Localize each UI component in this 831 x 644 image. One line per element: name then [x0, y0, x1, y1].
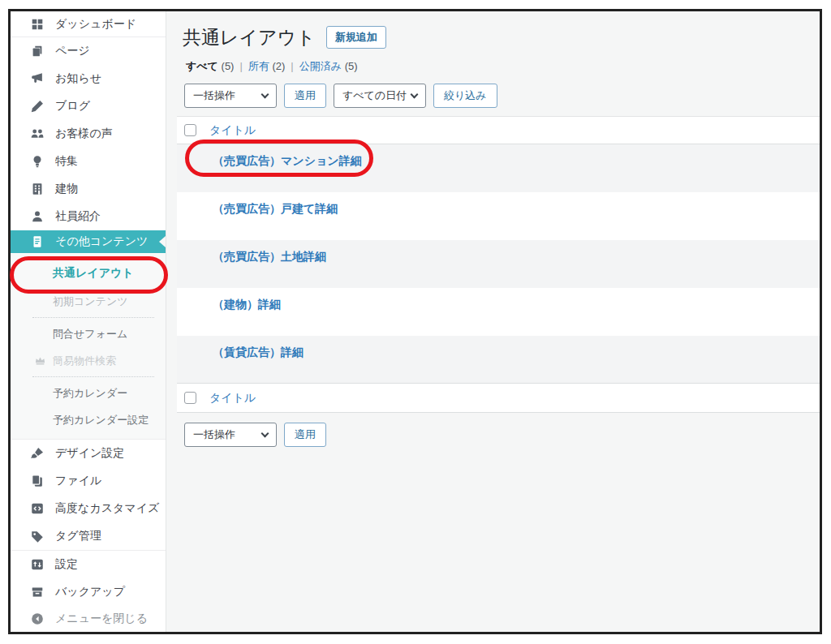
sidebar-item-advanced-customize[interactable]: 高度なカスタマイズ	[11, 495, 166, 522]
submenu-item-label: 簡易物件検索	[53, 354, 116, 368]
sidebar-item-backup[interactable]: バックアップ	[11, 578, 166, 606]
top-toolbar: 一括操作 適用 すべての日付 絞り込み	[184, 84, 820, 108]
row-title-link[interactable]: （建物）詳細	[213, 298, 281, 311]
sidebar-item-buildings[interactable]: 建物	[11, 175, 166, 203]
filter-all[interactable]: すべて (5)	[186, 60, 234, 72]
submenu-item-simple-property-search: 簡易物件検索	[11, 347, 166, 374]
sidebar-item-tag-management[interactable]: タグ管理	[11, 522, 166, 550]
sidebar-item-label: お知らせ	[55, 71, 101, 86]
sidebar-item-features[interactable]: 特集	[11, 148, 166, 175]
sidebar-item-pages[interactable]: ページ	[11, 37, 166, 65]
sidebar-item-label: ダッシュボード	[55, 17, 136, 32]
tag-icon	[30, 529, 45, 543]
sidebar-item-blog[interactable]: ブログ	[11, 92, 166, 120]
sidebar-item-label: 社員紹介	[55, 209, 101, 224]
subsubsub-filter-links: すべて (5)|所有 (2)|公開済み (5)	[186, 59, 820, 74]
other-contents-submenu: 共通レイアウト 初期コンテンツ 問合せフォーム 簡易物件検索 予約カレンダー 予…	[11, 253, 166, 439]
sidebar-item-label: メニューを閉じる	[55, 612, 148, 626]
crown-icon	[34, 354, 46, 367]
bulk-action-select-bottom[interactable]: 一括操作	[184, 423, 277, 447]
bulk-action-select[interactable]: 一括操作	[184, 84, 277, 108]
files-icon	[30, 474, 45, 488]
sidebar-item-testimonials[interactable]: お客様の声	[11, 120, 166, 148]
select-all-checkbox[interactable]	[184, 392, 196, 404]
apply-button-bottom[interactable]: 適用	[284, 423, 326, 447]
submenu-item-reservation-calendar-settings[interactable]: 予約カレンダー設定	[11, 406, 166, 433]
row-title-link[interactable]: （売買広告）マンション詳細	[213, 154, 362, 167]
chevron-down-icon	[261, 91, 269, 99]
submenu-divider	[32, 317, 154, 318]
apply-button[interactable]: 適用	[284, 84, 326, 108]
table-row: （売買広告）戸建て詳細	[177, 192, 820, 240]
sidebar-item-staff[interactable]: 社員紹介	[11, 203, 166, 230]
sidebar-item-label: 特集	[55, 154, 78, 169]
sidebar-item-label: ブログ	[55, 99, 90, 114]
sidebar-item-dashboard[interactable]: ダッシュボード	[11, 11, 166, 36]
submenu-item-contact-form[interactable]: 問合せフォーム	[11, 320, 166, 347]
table-footer-row: タイトル	[177, 383, 820, 413]
table-header-row: タイトル	[177, 117, 820, 144]
building-icon	[30, 182, 45, 196]
filter-published[interactable]: 公開済み (5)	[299, 60, 358, 72]
submenu-item-initial-content[interactable]: 初期コンテンツ	[11, 288, 166, 315]
archive-box-icon	[30, 585, 45, 599]
column-header-title[interactable]: タイトル	[209, 123, 256, 138]
filter-button[interactable]: 絞り込み	[433, 84, 497, 108]
page-header: 共通レイアウト 新規追加	[166, 11, 820, 49]
admin-window: ダッシュボード ページ お知らせ ブログ お客様の声 特集 建物 社	[8, 9, 822, 634]
submenu-item-label: 予約カレンダー	[53, 386, 127, 401]
add-new-button[interactable]: 新規追加	[326, 26, 386, 49]
select-all-checkbox[interactable]	[184, 124, 196, 136]
submenu-item-label: 共通レイアウト	[53, 266, 134, 281]
chevron-down-icon	[411, 91, 419, 99]
main-content: 共通レイアウト 新規追加 すべて (5)|所有 (2)|公開済み (5) 一括操…	[166, 11, 820, 632]
row-title-link[interactable]: （売買広告）土地詳細	[213, 250, 326, 263]
sidebar-item-collapse-menu[interactable]: メニューを閉じる	[11, 606, 166, 632]
date-filter-select[interactable]: すべての日付	[334, 84, 426, 108]
sidebar-item-label: お客様の声	[55, 127, 113, 141]
document-icon	[30, 234, 45, 249]
bottom-toolbar: 一括操作 適用	[184, 423, 820, 447]
lightbulb-icon	[30, 154, 45, 169]
row-title-link[interactable]: （売買広告）戸建て詳細	[213, 202, 338, 215]
sidebar-item-news[interactable]: お知らせ	[11, 65, 166, 92]
sidebar-item-design-settings[interactable]: デザイン設定	[11, 440, 166, 467]
sidebar-item-label: ページ	[55, 44, 90, 58]
sidebar-item-label: その他コンテンツ	[55, 234, 148, 249]
active-item-arrow	[159, 236, 166, 247]
sidebar-item-label: ファイル	[55, 474, 101, 488]
person-icon	[30, 209, 45, 224]
submenu-item-common-layout[interactable]: 共通レイアウト	[11, 258, 166, 288]
posts-list-table: タイトル （売買広告）マンション詳細 （売買広告）戸建て詳細 （売買広告）土地詳…	[177, 116, 820, 413]
code-icon	[30, 501, 45, 516]
sidebar-item-files[interactable]: ファイル	[11, 467, 166, 495]
column-footer-title[interactable]: タイトル	[209, 391, 256, 406]
submenu-item-reservation-calendar[interactable]: 予約カレンダー	[11, 380, 166, 406]
submenu-divider	[32, 376, 154, 377]
pencil-icon	[30, 99, 45, 114]
submenu-item-label: 問合せフォーム	[53, 327, 127, 341]
page-title: 共通レイアウト	[183, 25, 316, 49]
sidebar-item-label: デザイン設定	[55, 446, 124, 461]
chevron-down-icon	[261, 430, 269, 438]
filter-mine[interactable]: 所有 (2)	[248, 60, 286, 72]
row-title-link[interactable]: （賃貸広告）詳細	[213, 346, 304, 358]
settings-icon	[30, 557, 45, 572]
table-row: （売買広告）マンション詳細	[177, 144, 820, 192]
sidebar-item-label: 建物	[55, 182, 78, 196]
sidebar-item-label: 設定	[55, 557, 78, 572]
paintbrush-icon	[30, 446, 45, 461]
submenu-item-label: 予約カレンダー設定	[53, 413, 149, 427]
table-row: （建物）詳細	[177, 288, 820, 336]
sidebar-item-settings[interactable]: 設定	[11, 551, 166, 578]
table-row: （売買広告）土地詳細	[177, 240, 820, 288]
submenu-item-label: 初期コンテンツ	[53, 294, 128, 309]
table-row: （賃貸広告）詳細	[177, 336, 820, 384]
megaphone-icon	[30, 71, 45, 86]
sidebar-item-other-contents[interactable]: その他コンテンツ	[11, 230, 166, 253]
sidebar-item-label: 高度なカスタマイズ	[55, 501, 159, 516]
sidebar: ダッシュボード ページ お知らせ ブログ お客様の声 特集 建物 社	[11, 11, 166, 632]
pages-icon	[30, 44, 45, 58]
people-icon	[30, 127, 45, 141]
sidebar-item-label: タグ管理	[55, 529, 101, 543]
